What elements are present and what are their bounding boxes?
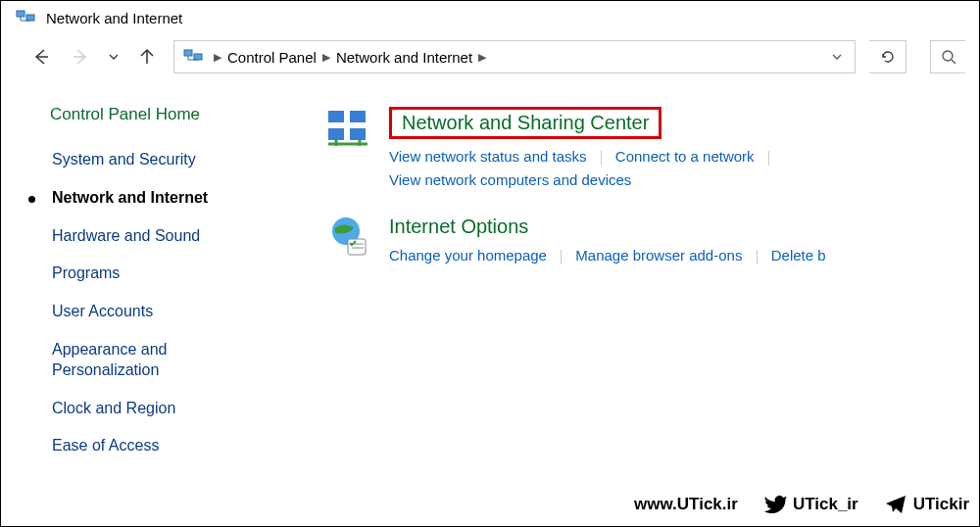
main-panel: Network and Sharing Center View network … bbox=[295, 105, 979, 474]
separator bbox=[768, 151, 769, 166]
link-view-devices[interactable]: View network computers and devices bbox=[389, 171, 631, 188]
titlebar: Network and Internet bbox=[1, 1, 979, 34]
svg-rect-1 bbox=[26, 15, 34, 21]
internet-options-icon bbox=[324, 214, 371, 261]
svg-rect-13 bbox=[328, 111, 344, 122]
telegram-text: UTickir bbox=[913, 495, 969, 514]
svg-rect-15 bbox=[328, 128, 344, 140]
address-bar[interactable]: ▶ Control Panel ▶ Network and Internet ▶ bbox=[173, 40, 856, 73]
forward-button[interactable] bbox=[68, 44, 93, 70]
internet-options-title[interactable]: Internet Options bbox=[389, 216, 826, 238]
up-button[interactable] bbox=[134, 44, 160, 70]
window-title: Network and Internet bbox=[46, 10, 182, 26]
sidebar-item-programs[interactable]: Programs bbox=[50, 264, 295, 284]
navbar: ▶ Control Panel ▶ Network and Internet ▶ bbox=[1, 34, 979, 85]
back-button[interactable] bbox=[28, 44, 54, 70]
telegram-icon bbox=[884, 493, 907, 516]
address-icon bbox=[182, 46, 204, 68]
content-area: Control Panel Home System and Security N… bbox=[1, 85, 979, 474]
svg-point-11 bbox=[943, 51, 953, 61]
breadcrumb-current[interactable]: Network and Internet bbox=[334, 49, 474, 66]
address-dropdown[interactable] bbox=[823, 51, 851, 63]
chevron-right-icon[interactable]: ▶ bbox=[210, 51, 225, 64]
sidebar-item-clock-region[interactable]: Clock and Region bbox=[50, 399, 295, 419]
svg-rect-0 bbox=[17, 11, 24, 17]
twitter-icon bbox=[763, 493, 787, 516]
sidebar-item-system-security[interactable]: System and Security bbox=[50, 150, 295, 170]
watermark-twitter[interactable]: UTick_ir bbox=[763, 493, 858, 516]
category-internet-options: Internet Options Change your homepage Ma… bbox=[324, 214, 969, 267]
chevron-right-icon[interactable]: ▶ bbox=[474, 51, 490, 64]
sidebar-item-hardware-sound[interactable]: Hardware and Sound bbox=[50, 226, 295, 247]
separator bbox=[601, 151, 602, 166]
svg-rect-8 bbox=[194, 54, 202, 60]
link-connect-network[interactable]: Connect to a network bbox=[615, 148, 755, 165]
link-delete[interactable]: Delete b bbox=[771, 247, 826, 264]
window-icon bbox=[15, 7, 36, 28]
separator bbox=[561, 250, 562, 264]
link-view-status[interactable]: View network status and tasks bbox=[389, 148, 587, 165]
svg-rect-14 bbox=[350, 111, 366, 122]
network-sharing-title[interactable]: Network and Sharing Center bbox=[389, 107, 662, 139]
chevron-right-icon[interactable]: ▶ bbox=[318, 51, 334, 64]
svg-rect-7 bbox=[184, 50, 192, 56]
network-sharing-icon bbox=[324, 105, 371, 152]
svg-line-12 bbox=[952, 60, 956, 64]
svg-rect-16 bbox=[350, 128, 366, 140]
twitter-text: UTick_ir bbox=[793, 495, 858, 514]
sidebar-item-network-internet[interactable]: Network and Internet bbox=[50, 188, 295, 209]
watermark-footer: www.UTick.ir UTick_ir UTickir bbox=[634, 493, 969, 516]
recent-dropdown[interactable] bbox=[107, 44, 121, 70]
svg-rect-21 bbox=[348, 239, 366, 255]
search-box[interactable] bbox=[930, 40, 965, 73]
watermark-telegram[interactable]: UTickir bbox=[884, 493, 969, 516]
category-network-sharing: Network and Sharing Center View network … bbox=[324, 105, 969, 192]
refresh-button[interactable] bbox=[869, 40, 906, 73]
sidebar-item-appearance[interactable]: Appearance and Personalization bbox=[50, 340, 217, 381]
link-manage-addons[interactable]: Manage browser add-ons bbox=[575, 247, 742, 264]
sidebar-item-ease-of-access[interactable]: Ease of Access bbox=[50, 436, 295, 456]
watermark-site[interactable]: www.UTick.ir bbox=[634, 495, 738, 514]
control-panel-home-link[interactable]: Control Panel Home bbox=[50, 105, 295, 124]
link-change-homepage[interactable]: Change your homepage bbox=[389, 247, 547, 264]
sidebar: Control Panel Home System and Security N… bbox=[1, 105, 295, 474]
site-text: www.UTick.ir bbox=[634, 495, 738, 514]
separator bbox=[757, 250, 758, 264]
breadcrumb-root[interactable]: Control Panel bbox=[225, 49, 318, 66]
sidebar-item-user-accounts[interactable]: User Accounts bbox=[50, 302, 295, 322]
